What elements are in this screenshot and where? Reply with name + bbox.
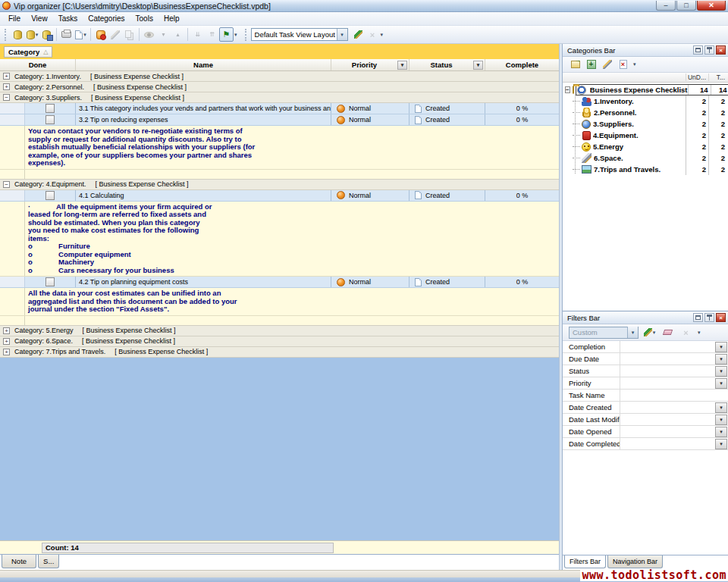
tree-category-row[interactable]: 3.Suppliers.22	[563, 118, 728, 130]
column-header-done[interactable]: Done	[0, 59, 76, 70]
move-up-icon[interactable]: ▴	[171, 27, 185, 42]
category-group-row[interactable]: −Category: 4.Equipment.[ Business Expens…	[0, 180, 559, 190]
tree-category-row[interactable]: 4.Equipment.22	[563, 130, 728, 141]
group-by-bar[interactable]: Category△	[0, 44, 559, 59]
save-layout-icon[interactable]	[351, 27, 366, 42]
tab-navigation-bar[interactable]: Navigation Bar	[607, 555, 663, 568]
task-note-row[interactable]: You can contact your vendors to re-negot…	[0, 126, 559, 170]
menu-item-tasks[interactable]: Tasks	[53, 13, 83, 25]
column-header-complete[interactable]: Complete	[485, 59, 559, 70]
filter-value-field[interactable]	[620, 377, 715, 389]
tab-s[interactable]: S...	[38, 555, 59, 568]
apply-filter-icon[interactable]: ▾	[642, 325, 657, 340]
category-group-row[interactable]: +Category: 6.Space.[ Business Expense Ch…	[0, 336, 559, 347]
filter-value-field[interactable]	[620, 414, 715, 425]
total-column-header[interactable]: T...	[708, 74, 728, 81]
categories-toolbar-overflow-icon[interactable]: ▾	[633, 61, 636, 67]
tab-filters-bar[interactable]: Filters Bar	[564, 555, 606, 568]
open-database-icon[interactable]: ▾	[25, 27, 39, 42]
clear-filter-icon[interactable]	[661, 325, 675, 340]
save-database-icon[interactable]	[39, 27, 54, 42]
task-note-row[interactable]: All the data in your cost estimates can …	[0, 288, 559, 316]
selected-list-frame[interactable]: Business Expense Checklist 14 14	[576, 84, 728, 95]
menu-item-file[interactable]: File	[3, 13, 26, 25]
filter-preset-combo[interactable]: Custom ▾	[569, 327, 639, 339]
tree-category-row[interactable]: 7.Trips and Travels.22	[563, 164, 728, 175]
undone-column-header[interactable]: UnD...	[686, 74, 708, 81]
move-top-icon[interactable]: ⇈	[205, 27, 219, 42]
new-task-icon[interactable]	[93, 27, 108, 42]
empty-note-row[interactable]	[0, 316, 559, 326]
task-row[interactable]: 4.2 Tip on planning equipment costsNorma…	[0, 277, 559, 288]
close-panel-icon[interactable]: ×	[716, 313, 726, 322]
print-icon[interactable]	[59, 27, 74, 42]
task-note-row[interactable]: · All the equipment items your firm acqu…	[0, 202, 559, 277]
menu-item-tools[interactable]: Tools	[130, 13, 158, 25]
restore-panel-icon[interactable]	[693, 313, 703, 322]
toolbar-grip[interactable]	[5, 29, 8, 41]
menu-item-view[interactable]: View	[26, 13, 53, 25]
category-group-row[interactable]: −Category: 3.Suppliers.[ Business Expens…	[0, 92, 559, 103]
column-header-name[interactable]: Name	[76, 59, 331, 70]
new-list-icon[interactable]	[569, 58, 582, 71]
menu-item-categories[interactable]: Categories	[83, 13, 130, 25]
expand-icon[interactable]: +	[3, 327, 10, 334]
filter-value-field[interactable]	[620, 365, 715, 377]
edit-category-icon[interactable]	[601, 58, 613, 71]
close-button[interactable]: ✕	[697, 1, 726, 11]
filter-preset-dropdown-icon[interactable]: ▾	[627, 327, 638, 338]
column-header-priority[interactable]: Priority ▾	[331, 59, 410, 70]
maximize-button[interactable]: □	[676, 1, 696, 11]
tree-root-row[interactable]: − Business Expense Checklist 14 14	[563, 84, 728, 95]
tree-category-row[interactable]: 6.Space.22	[563, 152, 728, 164]
new-database-icon[interactable]	[11, 27, 25, 42]
task-checkbox[interactable]	[46, 191, 55, 200]
expand-icon[interactable]: +	[3, 73, 10, 80]
filter-dropdown-icon[interactable]: ▾	[715, 366, 727, 377]
filter-dropdown-icon[interactable]: ▾	[715, 354, 727, 365]
filter-value-field[interactable]	[620, 390, 728, 401]
category-group-row[interactable]: +Category: 7.Trips and Travels.[ Busines…	[0, 347, 559, 358]
delete-layout-icon[interactable]: ×	[366, 27, 380, 42]
category-group-row[interactable]: +Category: 5.Energy[ Business Expense Ch…	[0, 326, 559, 336]
filter-dropdown-icon[interactable]: ▾	[715, 378, 727, 389]
tree-category-row[interactable]: 5.Energy22	[563, 141, 728, 152]
filter-dropdown-icon[interactable]: ▾	[715, 439, 727, 449]
print-preview-icon[interactable]: ▾	[74, 27, 88, 42]
empty-note-row[interactable]	[0, 170, 559, 180]
category-group-row[interactable]: +Category: 1.Inventory.[ Business Expens…	[0, 71, 559, 82]
toolbar-overflow-icon[interactable]: ▾	[381, 32, 384, 38]
expand-icon[interactable]: +	[3, 349, 10, 355]
layout-combo-dropdown-icon[interactable]: ▾	[337, 29, 347, 40]
filter-value-field[interactable]	[620, 341, 715, 352]
filters-toolbar-overflow-icon[interactable]: ▾	[698, 330, 701, 336]
task-checkbox[interactable]	[46, 104, 55, 113]
filter-value-field[interactable]	[620, 402, 715, 413]
close-panel-icon[interactable]: ×	[716, 45, 726, 55]
expand-icon[interactable]: +	[3, 338, 10, 345]
priority-filter-dropdown-icon[interactable]: ▾	[397, 61, 407, 70]
collapse-icon[interactable]: −	[3, 94, 10, 101]
filter-value-field[interactable]	[620, 426, 715, 437]
menu-item-help[interactable]: Help	[158, 13, 185, 25]
duplicate-task-icon[interactable]	[122, 27, 136, 42]
column-header-status[interactable]: Status ▾	[410, 59, 485, 70]
task-row[interactable]: 3.2 Tip on reducing expensesNormalCreate…	[0, 114, 559, 126]
filter-dropdown-icon[interactable]: ▾	[715, 427, 727, 437]
filter-value-field[interactable]	[620, 353, 715, 365]
pin-panel-icon[interactable]	[704, 313, 714, 322]
status-filter-dropdown-icon[interactable]: ▾	[473, 61, 483, 70]
layout-combo[interactable]: Default Task View Layout ▾	[251, 28, 348, 41]
view-layout-icon[interactable]: ⚑	[219, 27, 234, 42]
task-checkbox[interactable]	[46, 115, 55, 124]
move-down-icon[interactable]: ▾	[156, 27, 171, 42]
minimize-button[interactable]: –	[656, 1, 676, 11]
expand-icon[interactable]: +	[3, 83, 10, 90]
category-group-row[interactable]: +Category: 2.Personnel.[ Business Expens…	[0, 82, 559, 92]
tree-category-row[interactable]: 1.Inventory.22	[563, 95, 728, 107]
complete-task-icon[interactable]	[142, 27, 156, 42]
tab-note[interactable]: Note	[2, 555, 36, 568]
delete-category-icon[interactable]: ×	[617, 58, 629, 71]
collapse-icon[interactable]: −	[565, 86, 570, 93]
task-checkbox[interactable]	[46, 277, 55, 286]
